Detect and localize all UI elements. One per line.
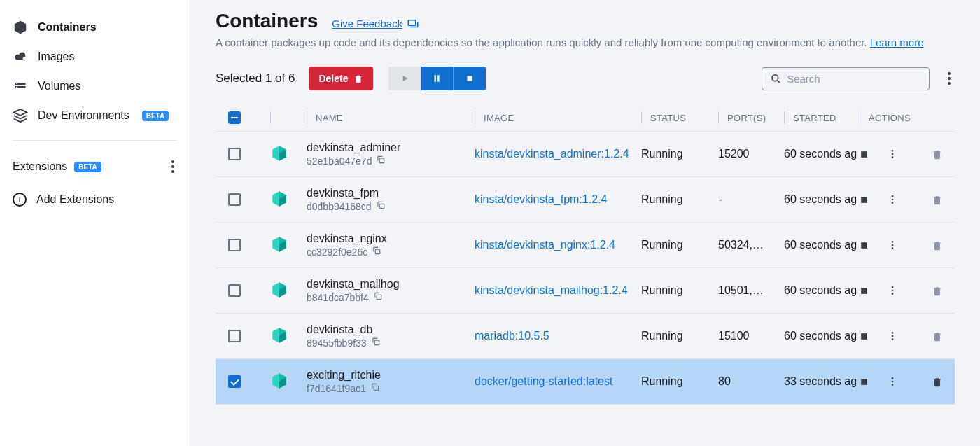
row-stop-button[interactable] [860, 332, 869, 341]
container-cube-icon [270, 190, 288, 208]
row-stop-button[interactable] [860, 377, 869, 386]
table-row[interactable]: devkinsta_mailhog b841dca7bbf4 kinsta/de… [216, 268, 955, 314]
volumes-icon [13, 78, 28, 94]
row-delete-button[interactable] [932, 285, 943, 297]
svg-rect-1 [468, 76, 472, 81]
status-text: Running [641, 284, 683, 296]
sidebar-item-volumes[interactable]: Volumes [0, 71, 190, 101]
copy-icon[interactable] [373, 291, 383, 301]
container-name[interactable]: devkinsta_nginx [307, 232, 475, 245]
row-delete-button[interactable] [932, 330, 943, 342]
add-extensions-button[interactable]: + Add Extensions [0, 183, 190, 216]
row-more-button[interactable] [887, 239, 898, 251]
copy-icon[interactable] [370, 382, 380, 392]
container-name[interactable]: devkinsta_fpm [307, 187, 475, 200]
svg-rect-29 [861, 379, 867, 385]
row-checkbox[interactable] [228, 284, 241, 297]
beta-badge: BETA [142, 111, 169, 121]
row-more-button[interactable] [887, 148, 898, 160]
pause-button[interactable] [421, 67, 454, 90]
copy-icon[interactable] [376, 200, 386, 210]
table-row[interactable]: devkinsta_db 89455fbb9f33 mariadb:10.5.5… [216, 314, 955, 359]
row-stop-button[interactable] [860, 150, 869, 159]
row-checkbox[interactable] [228, 193, 241, 206]
svg-rect-28 [374, 386, 378, 390]
stop-icon [860, 377, 869, 386]
row-delete-button[interactable] [932, 239, 943, 251]
column-name[interactable]: NAME [316, 113, 343, 123]
delete-button[interactable]: Delete [309, 67, 373, 90]
copy-icon[interactable] [376, 155, 386, 165]
container-name[interactable]: devkinsta_db [307, 323, 475, 336]
row-delete-button[interactable] [932, 148, 943, 160]
row-delete-button[interactable] [932, 376, 943, 388]
table-row[interactable]: devkinsta_adminer 52e1ba047e7d kinsta/de… [216, 132, 955, 177]
add-extensions-label: Add Extensions [36, 193, 114, 206]
column-status[interactable]: STATUS [650, 113, 686, 123]
column-image[interactable]: IMAGE [484, 113, 514, 123]
svg-rect-23 [374, 340, 379, 344]
containers-table: NAME IMAGE STATUS PORT(S) STARTED ACTION… [216, 104, 955, 405]
column-actions: ACTIONS [869, 113, 911, 123]
row-checkbox[interactable] [228, 330, 241, 342]
row-more-button[interactable] [887, 194, 898, 205]
table-row[interactable]: exciting_ritchie f7d1641f9ac1 docker/get… [216, 359, 955, 405]
toolbar-more-icon[interactable] [944, 68, 955, 89]
stop-icon [860, 286, 869, 295]
container-id: cc3292f0e26c [307, 246, 368, 258]
give-feedback-link[interactable]: Give Feedback [332, 18, 419, 30]
image-link[interactable]: kinsta/devkinsta_nginx:1.2.4 [475, 239, 615, 251]
trash-icon [932, 376, 943, 388]
svg-rect-8 [379, 204, 384, 208]
copy-icon[interactable] [371, 337, 381, 347]
sidebar-item-images[interactable]: Images [0, 42, 190, 71]
row-stop-button[interactable] [860, 241, 869, 250]
search-box[interactable] [762, 67, 930, 90]
image-link[interactable]: docker/getting-started:latest [475, 375, 612, 387]
extensions-more-icon[interactable] [169, 158, 177, 176]
image-link[interactable]: kinsta/devkinsta_fpm:1.2.4 [475, 193, 607, 205]
row-delete-button[interactable] [932, 194, 943, 206]
column-ports[interactable]: PORT(S) [727, 113, 766, 123]
status-text: Running [641, 330, 683, 342]
table-row[interactable]: devkinsta_nginx cc3292f0e26c kinsta/devk… [216, 223, 955, 268]
sidebar-item-containers[interactable]: Containers [0, 13, 190, 42]
stop-button[interactable] [454, 67, 486, 90]
row-checkbox[interactable] [228, 375, 241, 388]
main-content: Containers Give Feedback A container pac… [190, 0, 980, 446]
row-checkbox[interactable] [228, 148, 241, 160]
search-input[interactable] [787, 73, 920, 85]
row-stop-button[interactable] [860, 286, 869, 295]
column-started[interactable]: STARTED [793, 113, 836, 123]
stop-icon [860, 195, 869, 204]
sidebar-item-dev-environments[interactable]: Dev Environments BETA [0, 101, 190, 130]
svg-point-16 [892, 244, 894, 246]
container-name[interactable]: devkinsta_mailhog [307, 278, 475, 291]
container-name[interactable]: exciting_ritchie [307, 369, 475, 382]
trash-icon [932, 148, 943, 160]
svg-point-22 [892, 293, 894, 295]
row-more-button[interactable] [887, 376, 898, 387]
table-row[interactable]: devkinsta_fpm d0dbb94168cd kinsta/devkin… [216, 177, 955, 223]
row-more-button[interactable] [887, 285, 898, 296]
ports-text: 15100 [718, 330, 750, 342]
container-id: 52e1ba047e7d [307, 155, 372, 167]
row-more-button[interactable] [887, 330, 898, 342]
started-text: 33 seconds ag [784, 375, 857, 387]
row-stop-button[interactable] [860, 195, 869, 204]
sidebar-item-label: Images [38, 50, 74, 63]
row-checkbox[interactable] [228, 239, 241, 251]
learn-more-link[interactable]: Learn more [870, 36, 924, 48]
copy-icon[interactable] [372, 246, 382, 256]
started-text: 60 seconds ag [784, 330, 857, 342]
ports-text: 10501,… [718, 284, 764, 296]
sidebar-item-label: Containers [38, 21, 97, 34]
select-all-checkbox[interactable] [228, 111, 241, 124]
ports-text: 15200 [718, 148, 750, 160]
image-link[interactable]: kinsta/devkinsta_adminer:1.2.4 [475, 148, 629, 160]
image-link[interactable]: mariadb:10.5.5 [475, 330, 550, 342]
start-button[interactable] [388, 67, 421, 90]
container-id: 89455fbb9f33 [307, 337, 367, 349]
container-name[interactable]: devkinsta_adminer [307, 141, 475, 154]
image-link[interactable]: kinsta/devkinsta_mailhog:1.2.4 [475, 284, 628, 296]
